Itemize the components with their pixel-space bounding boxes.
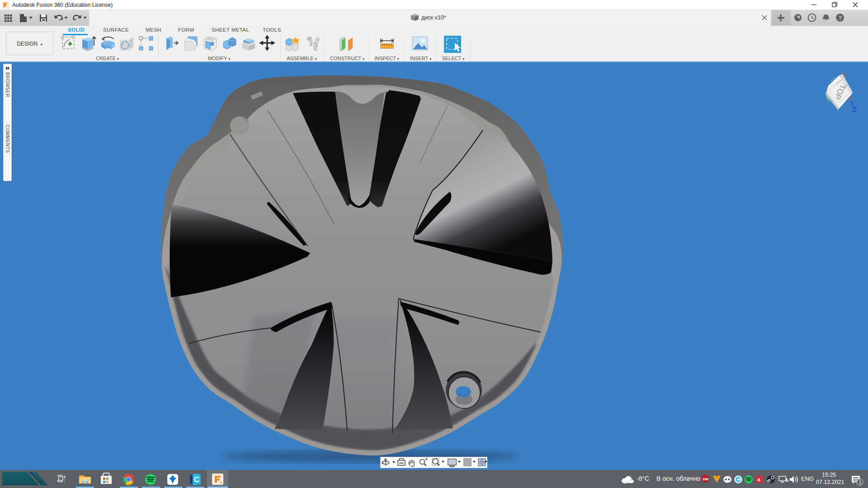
svg-text:Z: Z <box>853 105 857 113</box>
svg-text:SW: SW <box>703 477 708 481</box>
svg-text:C: C <box>194 475 199 484</box>
svg-text:C: C <box>736 476 741 483</box>
svg-text:диск v10*: диск v10* <box>421 14 446 21</box>
svg-text:?: ? <box>839 14 842 21</box>
svg-text:1: 1 <box>859 479 862 485</box>
svg-text:a: a <box>758 477 761 482</box>
